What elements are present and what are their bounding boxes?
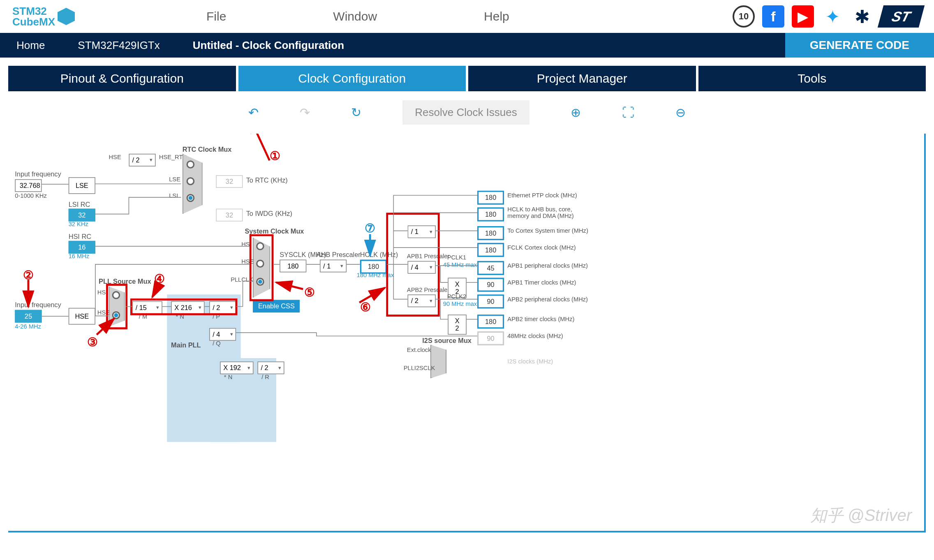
sys-hsi: HSI	[241, 241, 251, 248]
st-logo-icon: ST	[878, 5, 925, 28]
sys-mux-label: System Clock Mux	[245, 227, 304, 235]
apb2-lbl-t: APB2 Prescaler	[407, 287, 450, 293]
youtube-icon[interactable]: ▶	[792, 5, 814, 28]
lsi-rc-label: LSI RC	[69, 201, 90, 208]
tab-clock[interactable]: Clock Configuration	[238, 66, 466, 91]
pll-m[interactable]: / 15	[132, 301, 162, 314]
pll-radio-hsi[interactable]	[112, 291, 120, 299]
sys-hse: HSE	[241, 258, 254, 265]
fullscreen-icon[interactable]: ⛶	[622, 106, 634, 120]
hse-freq-value[interactable]: 25	[15, 310, 42, 323]
i2s-mux-lbl: I2S source Mux	[422, 337, 472, 344]
app-logo: STM32CubeMX	[12, 6, 75, 27]
zoom-out-icon[interactable]: ⊖	[675, 105, 686, 120]
out-48m: 90	[477, 331, 504, 345]
main-pll-lbl: Main PLL	[171, 341, 201, 349]
twitter-icon[interactable]: ✦	[821, 5, 844, 28]
hsi-rc-label: HSI RC	[69, 233, 91, 240]
lse-freq-label: Input frequency	[15, 171, 61, 178]
out-cortex-l: To Cortex System timer (MHz)	[507, 227, 588, 234]
hsi-hz: 16 MHz	[69, 253, 90, 259]
plli2sclk: PLLI2SCLK	[404, 365, 435, 371]
refresh-icon[interactable]: ↻	[351, 105, 361, 120]
menu-help[interactable]: Help	[484, 9, 509, 23]
iwdg-out-lbl: To IWDG (KHz)	[246, 210, 292, 218]
i2s-mux[interactable]	[430, 345, 446, 378]
cube-icon	[58, 8, 75, 25]
breadcrumb: Home STM32F429IGTx Untitled - Clock Conf…	[0, 33, 934, 58]
rtc-radio-hse[interactable]	[187, 160, 195, 169]
generate-code-button[interactable]: GENERATE CODE	[785, 33, 934, 58]
sys-radio-hse[interactable]	[256, 259, 264, 268]
out-apb1p-l: APB1 peripheral clocks (MHz)	[507, 262, 588, 269]
community-icon[interactable]: ✱	[851, 5, 873, 28]
apb1-lbl-t: APB1 Prescaler	[407, 253, 450, 259]
pclk2-lbl: PCLK2	[447, 293, 467, 300]
plli2s-n-lbl: * N	[224, 374, 232, 380]
rtc-out-lbl: To RTC (KHz)	[246, 176, 288, 184]
apb2-prescaler[interactable]: / 2	[407, 294, 435, 307]
pll-src-label: PLL Source Mux	[99, 278, 151, 285]
crumb-home[interactable]: Home	[0, 33, 61, 58]
ahb-prescaler[interactable]: / 1	[320, 259, 347, 272]
pll-radio-hse[interactable]	[112, 311, 120, 319]
rtc-radio-lse[interactable]	[187, 177, 195, 185]
hclk-max: 180 MHz max	[357, 272, 394, 278]
rtc-radio-lsi[interactable]	[187, 194, 195, 202]
ext-clock: Ext.clock	[407, 347, 431, 353]
out-apb2t: 180	[477, 315, 504, 329]
pll-n[interactable]: X 216	[171, 301, 205, 314]
hse-range: 4-26 MHz	[15, 323, 41, 330]
hse-rtc-div[interactable]: / 2	[129, 154, 155, 167]
ahb-lbl: AHB Prescaler	[317, 251, 361, 258]
lse-freq-value[interactable]: 32.768	[15, 179, 42, 192]
hse-small: HSE	[109, 154, 121, 160]
zoom-in-icon[interactable]: ⊕	[571, 105, 581, 120]
menu-window[interactable]: Window	[333, 9, 377, 23]
crumb-chip[interactable]: STM32F429IGTx	[61, 33, 176, 58]
annot-4: ④	[154, 272, 165, 287]
enable-css-button[interactable]: Enable CSS	[253, 300, 300, 312]
facebook-icon[interactable]: f	[762, 5, 784, 28]
menu-file[interactable]: File	[206, 9, 226, 23]
out-eth-l: Ethernet PTP clock (MHz)	[507, 192, 577, 199]
lsi-value: 32	[69, 209, 95, 222]
resolve-clock-button[interactable]: Resolve Clock Issues	[402, 100, 529, 125]
lse-small: LSE	[169, 176, 180, 183]
cortex-div[interactable]: / 1	[407, 225, 435, 238]
sys-radio-pll[interactable]	[256, 278, 264, 286]
pll-p[interactable]: / 2	[209, 301, 236, 314]
tab-pinout[interactable]: Pinout & Configuration	[8, 66, 236, 91]
pclk1-lbl: PCLK1	[447, 254, 467, 261]
out-48m-l: 48MHz clocks (MHz)	[507, 333, 563, 339]
main-menu: File Window Help	[206, 9, 509, 23]
pll-hsi-s: HSI	[97, 289, 107, 296]
svg-line-0	[250, 134, 270, 160]
redo-icon[interactable]: ↷	[300, 105, 310, 120]
pll-q-lbl: / Q	[213, 340, 221, 347]
watermark: 知乎 @Striver	[810, 504, 912, 527]
apb2-x2: X 2	[448, 315, 467, 335]
out-apb2p-l: APB2 peripheral clocks (MHz)	[507, 296, 588, 302]
tab-project[interactable]: Project Manager	[468, 66, 696, 91]
plli2s-p[interactable]: / 2	[257, 361, 284, 374]
annot-2: ②	[23, 268, 34, 282]
pclk2-max: 90 MHz max	[443, 301, 477, 307]
annot-5: ⑤	[304, 285, 315, 300]
annot-3: ③	[87, 335, 98, 349]
out-apb2p: 90	[477, 294, 504, 308]
crumb-title: Untitled - Clock Configuration	[176, 33, 361, 58]
sys-pllclk: PLLCLK	[231, 276, 253, 283]
apb1-prescaler[interactable]: / 4	[407, 261, 435, 274]
undo-icon[interactable]: ↶	[248, 105, 259, 120]
tab-tools[interactable]: Tools	[698, 66, 926, 91]
lsi-hz: 32 KHz	[69, 221, 88, 227]
clock-canvas[interactable]: Input frequency 32.768 0-1000 KHz LSE LS…	[8, 134, 926, 532]
out-ahbbus: 180	[477, 207, 504, 221]
lse-range: 0-1000 KHz	[15, 192, 46, 199]
out-fclk-l: FCLK Cortex clock (MHz)	[507, 244, 576, 251]
sys-radio-hsi[interactable]	[256, 242, 264, 250]
pll-q[interactable]: / 4	[209, 328, 236, 341]
sysclk-val: 180	[280, 259, 306, 272]
plli2s-n[interactable]: X 192	[220, 361, 254, 374]
